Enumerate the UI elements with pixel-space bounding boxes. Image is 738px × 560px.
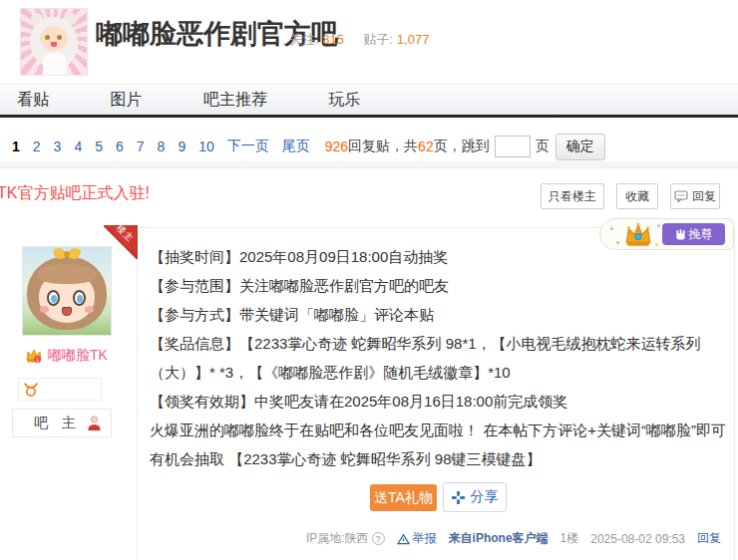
floor-reply-link[interactable]: 回复 (697, 530, 721, 547)
reply-suffix: 回复贴，共 (348, 138, 418, 155)
follow-label: 关注: (289, 32, 319, 47)
only-op-button[interactable]: 只看楼主 (541, 183, 604, 209)
poster-name-row: 1 嘟嘟脸TK (25, 346, 108, 366)
page-summary: 926 回复贴，共 62 页，跳到 页 确定 (325, 134, 605, 160)
hand-icon (675, 229, 686, 240)
page-link[interactable]: 5 (95, 139, 103, 154)
warning-triangle-icon (397, 533, 410, 545)
share-plus-icon (452, 491, 465, 504)
confetti-dot (657, 224, 660, 227)
pagination-bar: 1 2 3 4 5 6 7 8 9 10 下一页 尾页 926 回复贴，共 62… (0, 131, 738, 162)
post-line: 【参与范围】关注嘟嘟脸恶作剧官方吧的吧友 (150, 271, 728, 300)
page-link[interactable]: 2 (33, 139, 41, 154)
page-link[interactable]: 10 (198, 139, 214, 154)
post-line: 【抽奖时间】2025年08月09日18:00自动抽奖 (150, 242, 728, 271)
op-ribbon-label: 楼主 (113, 222, 136, 245)
poster-username[interactable]: 嘟嘟脸TK (48, 347, 108, 365)
jump-prefix: 页，跳到 (434, 138, 490, 155)
posts-label: 贴子: (364, 32, 394, 47)
send-gift-button[interactable]: 送TA礼物 (370, 484, 437, 511)
follow-count: 815 (322, 32, 344, 47)
speech-bubble-icon (674, 190, 688, 202)
thread-title: TK官方贴吧正式入驻! (0, 183, 150, 204)
page-link[interactable]: 8 (158, 139, 166, 154)
op-ribbon: 楼主 (104, 225, 138, 259)
forum-avatar[interactable] (20, 8, 88, 76)
ip-location-label: IP属地:陕西 (306, 530, 369, 547)
member-crown-icon: 1 (25, 348, 43, 364)
last-page-link[interactable]: 尾页 (282, 138, 310, 155)
reply-count: 926 (325, 139, 348, 154)
moderator-box: 吧 主 (12, 409, 112, 437)
post-line: 火爆亚洲的嘟嘟脸终于在贴吧和各位吧友见面啦！ 在本帖下方评论+关键词“嘟嘟脸”即… (150, 416, 728, 473)
share-button[interactable]: 分享 (443, 482, 507, 512)
confirm-button[interactable]: 确定 (555, 134, 605, 160)
section-divider (0, 161, 738, 168)
reply-button[interactable]: 回复 (670, 183, 720, 209)
post-line: 【领奖有效期】中奖吧友请在2025年08月16日18:00前完成领奖 (150, 387, 728, 416)
page-link[interactable]: 7 (137, 139, 145, 154)
post-content: 【抽奖时间】2025年08月09日18:00自动抽奖 【参与范围】关注嘟嘟脸恶作… (150, 242, 728, 473)
moderator-label: 吧 主 (34, 415, 81, 432)
taurus-icon (23, 382, 39, 398)
nav-item-fun[interactable]: 玩乐 (328, 85, 360, 115)
posts-count: 1,077 (397, 32, 430, 47)
svg-text:1: 1 (36, 357, 39, 363)
post-line: 【参与方式】带关键词「嘟嘟脸」评论本贴 (150, 300, 728, 329)
nav-item-moderator-picks[interactable]: 吧主推荐 (203, 85, 267, 115)
nav-item-images[interactable]: 图片 (110, 85, 142, 115)
page-unit: 页 (536, 138, 550, 155)
question-icon[interactable]: ? (372, 532, 385, 545)
tieba-thread-page: 嘟嘟脸恶作剧官方吧 关注: 815 贴子: 1,077 看贴 图片 吧主推荐 玩… (0, 0, 738, 560)
floor-label: 1楼 (560, 530, 579, 547)
next-page-link[interactable]: 下一页 (227, 138, 269, 155)
wanzun-label: 挽尊 (689, 226, 713, 243)
page-link[interactable]: 3 (54, 139, 62, 154)
post-meta-row: IP属地:陕西 ? 举报 来自iPhone客户端 1楼 2025-08-02 0… (306, 530, 721, 547)
poster-avatar[interactable] (22, 246, 112, 336)
page-current: 1 (12, 139, 20, 154)
person-icon (86, 415, 103, 431)
report-link[interactable]: 举报 (397, 530, 437, 547)
post-line: 【奖品信息】【2233掌心奇迹 蛇舞昭华系列 98*1，【小电视毛绒抱枕蛇来运转… (150, 329, 728, 387)
forum-avatar-art (21, 9, 87, 75)
total-pages: 62 (418, 139, 434, 154)
favorite-button[interactable]: 收藏 (616, 183, 658, 209)
forum-navbar: 看贴 图片 吧主推荐 玩乐 (0, 84, 738, 118)
zodiac-badge-box[interactable] (18, 378, 102, 401)
forum-stats: 关注: 815 贴子: 1,077 (289, 31, 445, 49)
share-button-label: 分享 (471, 488, 499, 506)
reply-button-label: 回复 (692, 188, 716, 205)
ip-location: IP属地:陕西 ? (306, 530, 385, 547)
page-link[interactable]: 6 (116, 139, 124, 154)
report-label: 举报 (413, 530, 437, 547)
page-link[interactable]: 4 (74, 139, 82, 154)
post-timestamp: 2025-08-02 09:53 (590, 532, 685, 546)
jump-page-input[interactable] (495, 136, 531, 157)
page-link[interactable]: 9 (178, 139, 185, 154)
poster-avatar-art (23, 247, 111, 335)
client-source-link[interactable]: 来自iPhone客户端 (449, 530, 549, 547)
confetti-dot (610, 227, 613, 230)
nav-item-posts[interactable]: 看贴 (17, 85, 49, 115)
